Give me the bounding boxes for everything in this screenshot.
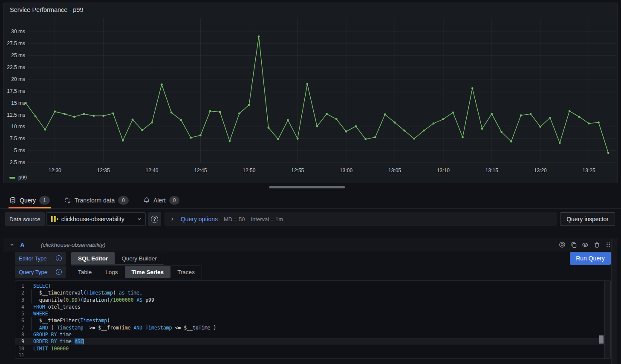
editor-type-option-query-builder[interactable]: Query Builder: [115, 252, 164, 264]
legend-series-swatch: [9, 177, 15, 179]
code-lines: 1SELECT2 $__timeInterval(Timestamp) as t…: [15, 283, 610, 359]
svg-text:17.5 ms: 17.5 ms: [7, 88, 25, 94]
series-p99: [25, 35, 609, 154]
query-type-option-traces[interactable]: Traces: [170, 266, 202, 278]
chevron-right-icon: [170, 217, 175, 222]
code-line-8[interactable]: 8GROUP BY time: [15, 331, 610, 338]
code-line-1[interactable]: 1SELECT: [15, 283, 610, 289]
chevron-down-icon: [137, 217, 142, 222]
editor-type-segmented: SQL Editor Query Builder: [71, 252, 164, 265]
panel-title[interactable]: Service Performance - p99: [10, 6, 83, 13]
tab-query-label: Query: [20, 197, 36, 204]
code-line-7[interactable]: 7 AND ( Timestamp >= $__fromTime AND Tim…: [15, 324, 610, 331]
collapse-chevron-icon[interactable]: [9, 242, 14, 247]
datasource-row: Data source clickhouse-observability ? Q…: [5, 212, 615, 226]
tab-alert[interactable]: Alert 0: [143, 192, 179, 208]
query-options-interval: Interval = 1m: [251, 216, 283, 222]
svg-text:27.5 ms: 27.5 ms: [7, 40, 25, 46]
svg-text:15 ms: 15 ms: [11, 100, 25, 106]
svg-text:7.5 ms: 7.5 ms: [10, 136, 25, 142]
svg-text:25 ms: 25 ms: [11, 52, 25, 58]
drag-handle-icon[interactable]: [605, 241, 612, 248]
editor-type-label: Editor Type: [19, 255, 47, 262]
svg-text:22.5 ms: 22.5 ms: [7, 64, 25, 70]
sql-code-editor[interactable]: 1SELECT2 $__timeInterval(Timestamp) as t…: [15, 280, 611, 359]
query-datasource-hint: (clickhouse-observability): [41, 242, 106, 248]
query-type-option-time-series[interactable]: Time Series: [125, 266, 171, 278]
svg-text:12:40: 12:40: [146, 168, 159, 173]
info-icon[interactable]: i: [56, 269, 62, 275]
hide-response-icon[interactable]: [582, 241, 589, 248]
svg-text:13:25: 13:25: [583, 168, 595, 173]
active-tab-underline: [9, 207, 51, 208]
svg-text:12:30: 12:30: [49, 168, 61, 173]
tab-transform-count: 0: [118, 196, 129, 205]
run-query-button[interactable]: Run Query: [570, 252, 611, 265]
editor-cursor-marker: [599, 335, 604, 344]
query-options-md: MD = 50: [224, 216, 245, 222]
svg-text:13:05: 13:05: [388, 168, 401, 173]
legend-series-label[interactable]: p99: [18, 175, 27, 181]
disable-query-icon[interactable]: [559, 241, 566, 248]
svg-text:12:45: 12:45: [194, 168, 207, 173]
datasource-label: Data source: [5, 212, 45, 226]
tab-transform-data[interactable]: Transform data 0: [64, 192, 129, 208]
query-ref-id[interactable]: A: [20, 241, 25, 248]
datasource-name: clickhouse-observability: [61, 216, 133, 222]
vertical-scroll-gutter[interactable]: [611, 239, 617, 364]
remove-query-icon[interactable]: [593, 241, 600, 248]
code-line-4[interactable]: 4FROM otel_traces: [15, 303, 610, 310]
svg-text:13:10: 13:10: [437, 168, 450, 173]
chart-gridlines: [28, 18, 616, 163]
svg-text:2.5 ms: 2.5 ms: [10, 159, 25, 165]
code-line-2[interactable]: 2 $__timeInterval(Timestamp) as time,: [15, 289, 610, 296]
svg-text:12:35: 12:35: [97, 168, 110, 173]
editor-type-row: Editor Type i SQL Editor Query Builder: [15, 252, 164, 265]
code-line-3[interactable]: 3 quantile(0.99)(Duration)/1000000 AS p9…: [15, 297, 610, 303]
editor-scrollbar-track[interactable]: [604, 281, 610, 358]
tab-transform-label: Transform data: [75, 197, 115, 204]
tab-query-count: 1: [39, 196, 50, 205]
query-type-segmented: Table Logs Time Series Traces: [71, 266, 202, 278]
svg-text:20 ms: 20 ms: [11, 76, 25, 82]
query-type-option-table[interactable]: Table: [71, 266, 98, 278]
svg-text:12.5 ms: 12.5 ms: [7, 112, 25, 118]
chart-legend[interactable]: p99: [9, 175, 27, 181]
query-options-label: Query options: [181, 216, 218, 222]
tab-alert-label: Alert: [153, 197, 166, 204]
query-row-header: A (clickhouse-observability): [3, 238, 618, 251]
editor-type-option-sql-editor[interactable]: SQL Editor: [71, 252, 115, 264]
query-type-label-chip: Query Type i: [15, 266, 66, 278]
code-line-6[interactable]: 6 $__timeFilter(Timestamp): [15, 317, 610, 324]
database-icon: [9, 197, 16, 204]
tab-alert-count: 0: [169, 196, 180, 205]
svg-text:5 ms: 5 ms: [14, 147, 25, 153]
bell-icon: [143, 197, 150, 204]
y-axis-labels: 2.5 ms5 ms7.5 ms10 ms12.5 ms15 ms17.5 ms…: [7, 29, 25, 165]
datasource-help-button[interactable]: ?: [148, 212, 161, 226]
timeseries-chart[interactable]: 2.5 ms5 ms7.5 ms10 ms12.5 ms15 ms17.5 ms…: [4, 3, 617, 183]
datasource-picker[interactable]: clickhouse-observability: [46, 212, 146, 226]
svg-text:13:15: 13:15: [485, 168, 498, 173]
code-line-9[interactable]: 9ORDER BY time ASC: [15, 338, 610, 345]
clickhouse-logo-icon: [50, 215, 58, 223]
query-type-option-logs[interactable]: Logs: [98, 266, 124, 278]
query-options-toggle[interactable]: Query options MD = 50 Interval = 1m: [165, 212, 557, 226]
query-type-label: Query Type: [19, 269, 47, 275]
tab-query[interactable]: Query 1: [9, 192, 50, 208]
help-question-icon: ?: [151, 216, 158, 223]
code-line-10[interactable]: 10LIMIT 100000: [15, 345, 610, 352]
svg-text:13:00: 13:00: [340, 168, 352, 173]
info-icon[interactable]: i: [56, 255, 62, 261]
editor-type-label-chip: Editor Type i: [15, 252, 66, 265]
horizontal-scrollbar[interactable]: [269, 186, 345, 188]
code-line-5[interactable]: 5WHERE: [15, 310, 610, 317]
query-inspector-button[interactable]: Query inspector: [560, 212, 615, 226]
duplicate-query-icon[interactable]: [570, 241, 577, 248]
svg-text:12:50: 12:50: [243, 168, 255, 173]
transform-icon: [64, 197, 71, 204]
code-line-11[interactable]: 11: [15, 352, 610, 359]
svg-text:30 ms: 30 ms: [11, 29, 25, 35]
svg-text:13:20: 13:20: [534, 168, 547, 173]
x-axis-labels: 12:3012:3512:4012:4512:5012:5513:0013:05…: [49, 168, 595, 173]
